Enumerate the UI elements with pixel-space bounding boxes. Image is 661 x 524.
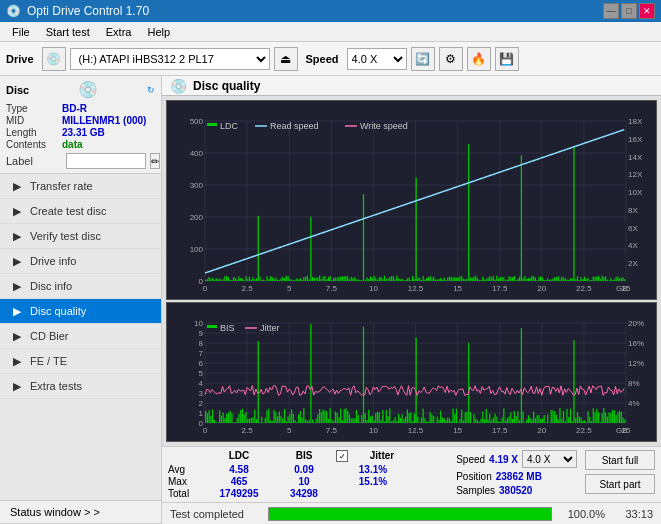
content-title: Disc quality xyxy=(193,79,260,93)
menu-help[interactable]: Help xyxy=(139,24,178,40)
titlebar-controls: — □ ✕ xyxy=(603,3,655,19)
drive-select[interactable]: (H:) ATAPI iHBS312 2 PL17 xyxy=(70,48,270,70)
disc-type-value: BD-R xyxy=(62,103,87,114)
bis-col-header: BIS xyxy=(274,450,334,462)
max-bis: 10 xyxy=(274,476,334,487)
avg-jitter: 13.1% xyxy=(334,464,412,475)
status-text: Test completed xyxy=(170,508,260,520)
titlebar: 💿 Opti Drive Control 1.70 — □ ✕ xyxy=(0,0,661,22)
minimize-button[interactable]: — xyxy=(603,3,619,19)
menu-extra[interactable]: Extra xyxy=(98,24,140,40)
avg-ldc: 4.58 xyxy=(204,464,274,475)
disc-quality-icon: ▶ xyxy=(10,304,24,318)
drive-info-icon: ▶ xyxy=(10,254,24,268)
speed-info-value: 4.19 X xyxy=(489,454,518,465)
speed-label: Speed xyxy=(306,53,339,65)
sidebar-item-label-drive-info: Drive info xyxy=(30,255,76,267)
sidebar-item-verify-test-disc[interactable]: ▶ Verify test disc xyxy=(0,224,161,249)
eject-button[interactable]: ⏏ xyxy=(274,47,298,71)
progress-percent: 100.0% xyxy=(560,508,605,520)
bottom-chart-canvas xyxy=(167,303,656,441)
extra-tests-icon: ▶ xyxy=(10,379,24,393)
content-area: 💿 Disc quality LDC BIS xyxy=(162,76,661,524)
sidebar-item-label-create-test-disc: Create test disc xyxy=(30,205,106,217)
create-test-disc-icon: ▶ xyxy=(10,204,24,218)
toolbar: Drive 💿 (H:) ATAPI iHBS312 2 PL17 ⏏ Spee… xyxy=(0,42,661,76)
progress-bar-outer xyxy=(268,507,552,521)
progress-bar-inner xyxy=(269,508,551,520)
sidebar-item-fe-te[interactable]: ▶ FE / TE xyxy=(0,349,161,374)
max-jitter: 15.1% xyxy=(334,476,412,487)
start-part-button[interactable]: Start part xyxy=(585,474,655,494)
disc-type-row: Type BD-R xyxy=(6,103,155,114)
disc-length-value: 23.31 GB xyxy=(62,127,105,138)
sidebar-item-label-cd-bier: CD Bier xyxy=(30,330,69,342)
disc-icon: 💿 xyxy=(78,80,98,99)
disc-mid-value: MILLENMR1 (000) xyxy=(62,115,146,126)
max-label: Max xyxy=(168,476,204,487)
status-window-button[interactable]: Status window > > xyxy=(0,501,161,524)
bottom-chart xyxy=(166,302,657,442)
sidebar-item-disc-info[interactable]: ▶ Disc info xyxy=(0,274,161,299)
avg-row: Avg 4.58 0.09 13.1% xyxy=(168,464,448,475)
refresh-button[interactable]: 🔄 xyxy=(411,47,435,71)
speed-info-row: Speed 4.19 X 4.0 X xyxy=(456,450,577,468)
sidebar-item-label-extra-tests: Extra tests xyxy=(30,380,82,392)
disc-contents-row: Contents data xyxy=(6,139,155,150)
sidebar-item-drive-info[interactable]: ▶ Drive info xyxy=(0,249,161,274)
maximize-button[interactable]: □ xyxy=(621,3,637,19)
disc-section-title: Disc xyxy=(6,84,29,96)
stats-buttons: Start full Start part xyxy=(585,450,655,494)
sidebar-item-extra-tests[interactable]: ▶ Extra tests xyxy=(0,374,161,399)
speed-info-label: Speed xyxy=(456,454,485,465)
titlebar-title: 💿 Opti Drive Control 1.70 xyxy=(6,4,149,18)
menu-start-test[interactable]: Start test xyxy=(38,24,98,40)
disc-refresh-btn[interactable]: ↻ xyxy=(147,85,155,95)
speed-select[interactable]: 4.0 X 1.0 X 2.0 X 8.0 X xyxy=(347,48,407,70)
cd-bier-icon: ▶ xyxy=(10,329,24,343)
disc-section: Disc 💿 ↻ Type BD-R MID MILLENMR1 (000) L… xyxy=(0,76,161,174)
jitter-col-header: Jitter xyxy=(352,450,412,462)
content-header: 💿 Disc quality xyxy=(162,76,661,96)
main-layout: Disc 💿 ↻ Type BD-R MID MILLENMR1 (000) L… xyxy=(0,76,661,524)
status-window-label: Status window > > xyxy=(10,506,100,518)
disc-label-input[interactable] xyxy=(66,153,146,169)
disc-mid-row: MID MILLENMR1 (000) xyxy=(6,115,155,126)
sidebar-item-label-disc-info: Disc info xyxy=(30,280,72,292)
sidebar-item-label-disc-quality: Disc quality xyxy=(30,305,86,317)
disc-label-key: Label xyxy=(6,155,62,167)
drive-label: Drive xyxy=(6,53,34,65)
sidebar-item-label-verify-test-disc: Verify test disc xyxy=(30,230,101,242)
transfer-rate-icon: ▶ xyxy=(10,179,24,193)
jitter-checkbox[interactable]: ✓ xyxy=(336,450,348,462)
disc-contents-value: data xyxy=(62,139,83,150)
menu-file[interactable]: File xyxy=(4,24,38,40)
disc-length-label: Length xyxy=(6,127,62,138)
avg-label: Avg xyxy=(168,464,204,475)
position-value: 23862 MB xyxy=(496,471,542,482)
samples-label: Samples xyxy=(456,485,495,496)
drive-icon-btn[interactable]: 💿 xyxy=(42,47,66,71)
sidebar-item-transfer-rate[interactable]: ▶ Transfer rate xyxy=(0,174,161,199)
stats-speed-select[interactable]: 4.0 X xyxy=(522,450,577,468)
sidebar-item-create-test-disc[interactable]: ▶ Create test disc xyxy=(0,199,161,224)
disc-label-row: Label ✏ xyxy=(6,153,155,169)
charts-container xyxy=(162,96,661,446)
avg-bis: 0.09 xyxy=(274,464,334,475)
sidebar-item-cd-bier[interactable]: ▶ CD Bier xyxy=(0,324,161,349)
disc-label-edit-btn[interactable]: ✏ xyxy=(150,153,160,169)
verify-test-disc-icon: ▶ xyxy=(10,229,24,243)
disc-length-row: Length 23.31 GB xyxy=(6,127,155,138)
disc-type-label: Type xyxy=(6,103,62,114)
burn-button[interactable]: 🔥 xyxy=(467,47,491,71)
start-full-button[interactable]: Start full xyxy=(585,450,655,470)
ldc-col-header: LDC xyxy=(204,450,274,462)
max-ldc: 465 xyxy=(204,476,274,487)
disc-contents-label: Contents xyxy=(6,139,62,150)
settings-button[interactable]: ⚙ xyxy=(439,47,463,71)
disc-mid-label: MID xyxy=(6,115,62,126)
save-button[interactable]: 💾 xyxy=(495,47,519,71)
close-button[interactable]: ✕ xyxy=(639,3,655,19)
sidebar-item-disc-quality[interactable]: ▶ Disc quality xyxy=(0,299,161,324)
app-title: Opti Drive Control 1.70 xyxy=(27,4,149,18)
